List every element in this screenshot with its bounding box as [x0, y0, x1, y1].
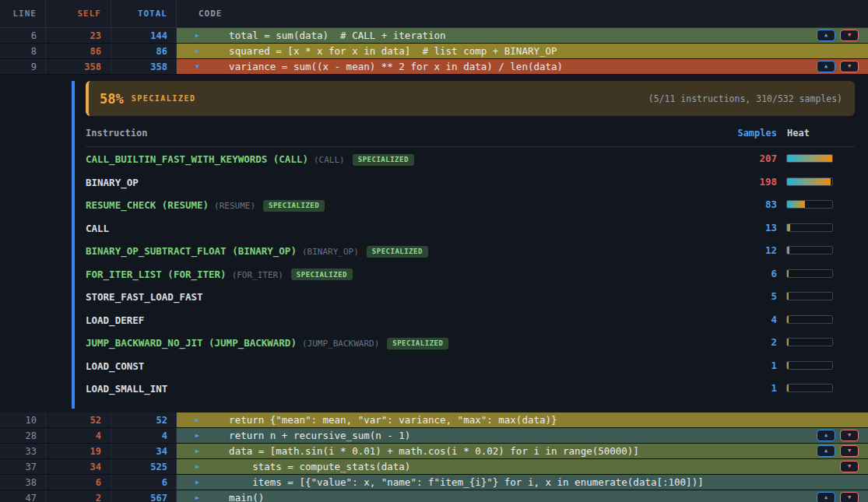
- heat-bar-fill: [787, 155, 832, 162]
- jump-down-button[interactable]: ▼: [840, 30, 859, 41]
- heat-bar-fill: [787, 247, 789, 254]
- code-text: return n + recursive_sum(n - 1): [206, 430, 817, 441]
- code-line[interactable]: ▶ data = [math.sin(i * 0.01) + math.cos(…: [177, 444, 868, 458]
- instruction-name: STORE_FAST_LOAD_FAST: [86, 291, 203, 303]
- line-number: 8: [0, 44, 46, 58]
- heat-bar-fill: [787, 224, 790, 231]
- line-number: 33: [0, 444, 46, 458]
- total-samples: 567: [111, 490, 177, 502]
- code-line[interactable]: ▶ items = [{"value": x, "name": f"item_{…: [177, 475, 868, 490]
- total-samples: 86: [111, 44, 177, 58]
- samples-value: 83: [697, 198, 782, 210]
- self-samples: 19: [46, 444, 111, 458]
- instruction-row: LOAD_SMALL_INT 1: [86, 377, 855, 400]
- samples-value: 5: [697, 290, 782, 302]
- jump-down-button[interactable]: ▼: [840, 445, 859, 457]
- column-header-code: CODE: [177, 0, 868, 27]
- jump-up-button[interactable]: ▲: [817, 30, 835, 41]
- expand-icon[interactable]: ▶: [195, 479, 206, 486]
- expand-icon[interactable]: ▶: [195, 448, 206, 455]
- heat-bar-fill: [787, 362, 789, 369]
- instruction-row: CALL 13: [86, 216, 855, 240]
- self-samples: 4: [46, 428, 111, 443]
- heat-bar: [782, 177, 855, 186]
- instruction-name: LOAD_SMALL_INT: [86, 383, 167, 395]
- code-text: variance = sum((x - mean) ** 2 for x in …: [206, 61, 817, 72]
- specialized-badge: SPECIALIZED: [367, 246, 428, 258]
- instruction-cell: LOAD_DEREF: [86, 312, 697, 327]
- arrow-down-icon: ▼: [848, 433, 851, 438]
- code-line[interactable]: ▼ variance = sum((x - mean) ** 2 for x i…: [177, 59, 868, 74]
- specialized-badge: SPECIALIZED: [291, 269, 353, 280]
- code-text: items = [{"value": x, "name": f"item_{i}…: [206, 476, 868, 488]
- jump-up-button[interactable]: ▲: [817, 61, 835, 72]
- instruction-cell: CALL: [86, 220, 697, 235]
- code-line[interactable]: ▶ total = sum(data) # CALL + iteration ▲…: [177, 28, 868, 43]
- arrow-up-icon: ▲: [824, 33, 828, 38]
- arrow-up-icon: ▲: [824, 495, 828, 500]
- line-number: 37: [0, 459, 46, 474]
- code-text: return {"mean": mean, "var": variance, "…: [206, 414, 868, 426]
- jump-down-button[interactable]: ▼: [840, 430, 859, 441]
- heat-bar: [782, 384, 855, 392]
- expand-icon[interactable]: ▶: [195, 47, 206, 54]
- specialized-percent: 58%: [100, 91, 124, 107]
- code-line[interactable]: ▶ return n + recursive_sum(n - 1) ▲ ▼: [177, 428, 868, 443]
- expand-icon[interactable]: ▶: [195, 32, 206, 39]
- samples-value: 198: [697, 176, 782, 188]
- heat-bar-fill: [787, 201, 805, 208]
- instruction-name: FOR_ITER_LIST (FOR_ITER): [86, 269, 227, 280]
- table-row: 33 19 34 ▶ data = [math.sin(i * 0.01) + …: [0, 444, 868, 459]
- heat-bar-fill: [787, 384, 789, 391]
- expand-icon[interactable]: ▶: [195, 432, 206, 439]
- total-samples: 144: [111, 28, 177, 43]
- expand-icon[interactable]: ▶: [195, 494, 206, 501]
- line-number: 47: [0, 490, 46, 502]
- instruction-cell: RESUME_CHECK (RESUME)(RESUME)SPECIALIZED: [86, 197, 697, 212]
- jump-up-button[interactable]: ▲: [817, 430, 835, 441]
- heat-bar: [782, 292, 855, 300]
- jump-down-button[interactable]: ▼: [840, 461, 859, 472]
- heat-bar-fill: [787, 316, 789, 323]
- instruction-row: LOAD_CONST 1: [86, 354, 855, 377]
- base-instruction-name: (JUMP_BACKWARD): [302, 339, 379, 349]
- instruction-name: BINARY_OP_SUBTRACT_FLOAT (BINARY_OP): [86, 245, 297, 257]
- self-samples: 34: [46, 459, 111, 474]
- column-header-self: SELF: [46, 0, 111, 27]
- specialized-badge: SPECIALIZED: [353, 154, 414, 166]
- heat-bar: [782, 269, 855, 278]
- arrow-down-icon: ▼: [848, 33, 851, 38]
- jump-down-button[interactable]: ▼: [840, 492, 859, 502]
- expand-icon[interactable]: ▶: [195, 416, 206, 423]
- code-line[interactable]: ▶ squared = [x * x for x in data] # list…: [177, 44, 868, 58]
- line-number: 6: [0, 28, 46, 43]
- instruction-name: LOAD_DEREF: [86, 314, 144, 326]
- instruction-name: JUMP_BACKWARD_NO_JIT (JUMP_BACKWARD): [86, 337, 297, 349]
- table-row-expanded: 9 358 358 ▼ variance = sum((x - mean) **…: [0, 59, 868, 75]
- jump-up-button[interactable]: ▲: [817, 492, 835, 502]
- instruction-table-header: Instruction Samples Heat: [86, 116, 855, 147]
- code-text: squared = [x * x for x in data] # list c…: [206, 45, 868, 57]
- specialized-badge: SPECIALIZED: [387, 338, 448, 349]
- instruction-row: LOAD_DEREF 4: [86, 308, 855, 332]
- column-header-instruction: Instruction: [86, 128, 697, 139]
- jump-down-button[interactable]: ▼: [840, 61, 859, 72]
- instruction-cell: CALL_BUILTIN_FAST_WITH_KEYWORDS (CALL)(C…: [86, 151, 697, 166]
- expand-icon[interactable]: ▶: [195, 463, 206, 470]
- code-line[interactable]: ▶ main() ▲ ▼: [177, 490, 868, 502]
- code-line[interactable]: ▶ return {"mean": mean, "var": variance,…: [177, 412, 868, 427]
- specialized-label: SPECIALIZED: [132, 94, 196, 103]
- self-samples: 52: [46, 412, 111, 427]
- instruction-cell: LOAD_SMALL_INT: [86, 381, 697, 395]
- table-row: 47 2 567 ▶ main() ▲ ▼: [0, 490, 868, 502]
- heat-bar-fill: [787, 293, 789, 300]
- arrow-up-icon: ▲: [824, 433, 828, 438]
- table-row: 8 86 86 ▶ squared = [x * x for x in data…: [0, 44, 868, 59]
- total-samples: 358: [111, 59, 177, 74]
- instruction-cell: BINARY_OP: [86, 174, 697, 189]
- samples-value: 207: [697, 153, 782, 164]
- instruction-row: FOR_ITER_LIST (FOR_ITER)(FOR_ITER)SPECIA…: [86, 262, 855, 286]
- code-line[interactable]: ▶ stats = compute_stats(data) ▼: [177, 459, 868, 474]
- collapse-icon[interactable]: ▼: [195, 63, 206, 70]
- jump-up-button[interactable]: ▲: [817, 445, 835, 457]
